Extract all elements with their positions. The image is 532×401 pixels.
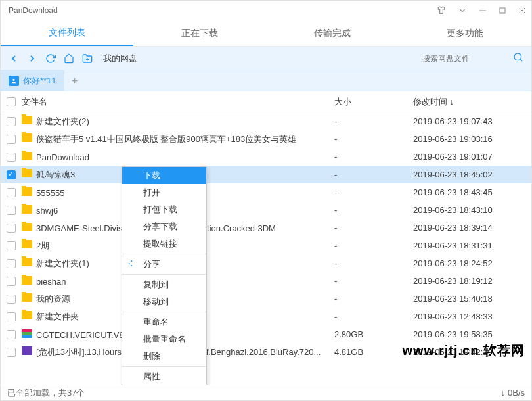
file-row[interactable]: 2期-2019-06-23 18:31:31 [1,237,531,254]
breadcrumb[interactable]: 我的网盘 [103,53,137,64]
window-title: PanDownload [6,6,437,15]
file-name: PanDownload [22,152,334,162]
menu-item[interactable]: 属性 [122,368,206,385]
file-date: 2019-06-23 18:19:12 [413,276,531,286]
refresh-button[interactable] [43,51,58,66]
select-all-checkbox[interactable] [7,97,16,106]
row-checkbox[interactable] [7,348,16,357]
menu-item[interactable]: ⠪分享 [122,256,206,273]
row-checkbox[interactable] [7,135,16,144]
row-checkbox[interactable] [7,206,16,215]
column-name[interactable]: 文件名 [22,96,334,108]
file-date: 2019-06-23 19:03:16 [413,134,531,144]
watermark: www.rjtj.cn 软荐网 [403,342,525,360]
folder-icon [22,276,32,285]
folder-icon [22,223,32,231]
svg-point-8 [12,78,14,80]
file-size: - [334,241,413,250]
row-checkbox[interactable] [7,259,16,268]
back-button[interactable] [6,51,22,66]
tab-2[interactable]: 传输完成 [266,20,399,46]
row-checkbox[interactable] [7,241,16,250]
menu-item[interactable]: 提取链接 [122,235,206,252]
file-date: 2019-06-23 18:31:31 [413,241,531,250]
file-row[interactable]: 孤岛惊魂3-2019-06-23 18:45:02 [1,166,531,183]
menu-item[interactable]: 重命名 [122,314,206,331]
file-row[interactable]: 我的资源-2019-06-23 15:40:18 [1,290,531,308]
menu-item[interactable]: 分享下载 [122,218,206,235]
user-name: 你好**11 [23,75,56,87]
file-date: 2019-06-23 12:48:33 [413,312,531,321]
file-size: 2.80GB [334,329,413,339]
file-date: 2019-06-23 18:43:10 [413,205,531,215]
shirt-icon[interactable] [437,6,446,15]
file-row[interactable]: 555555-2019-06-23 18:43:45 [1,183,531,201]
file-size: - [334,205,413,215]
svg-line-7 [520,59,522,61]
share-icon: ⠪ [127,260,133,269]
column-date[interactable]: 修改时间 ↓ [413,96,531,108]
file-row[interactable]: 新建文件夹-2019-06-23 12:48:33 [1,308,531,325]
user-tab[interactable]: 你好**11 [1,70,64,91]
file-row[interactable]: 侠盗猎车手5 v1.41中国风终极版 整合版900辆真车+183位美女与英雄-2… [1,130,531,148]
row-checkbox[interactable] [7,153,16,162]
file-size: - [334,276,413,286]
file-row[interactable]: bieshan-2019-06-23 18:19:12 [1,272,531,290]
folder-icon [22,169,32,177]
file-date: 2019-06-23 19:07:43 [413,116,531,126]
menu-item[interactable]: 删除 [122,348,206,365]
file-size: - [334,294,413,304]
file-row[interactable]: 3DMGAME-Steel.Division.2.Total.Conflict.… [1,219,531,237]
close-icon[interactable] [518,7,526,14]
file-row[interactable]: PanDownload-2019-06-23 19:01:07 [1,148,531,166]
folder-icon [22,258,32,266]
row-checkbox[interactable] [7,224,16,233]
status-text: 已全部加载，共37个 [7,387,85,399]
row-checkbox[interactable] [7,170,16,179]
forward-button[interactable] [24,51,40,66]
maximize-icon[interactable] [499,7,506,14]
folder-icon [22,240,32,248]
file-row[interactable]: 新建文件夹(2)-2019-06-23 19:07:43 [1,112,531,130]
add-tab-button[interactable]: + [64,75,85,87]
file-name: 侠盗猎车手5 v1.41中国风终极版 整合版900辆真车+183位美女与英雄 [22,133,334,145]
file-date: 2019-06-23 19:01:07 [413,152,531,162]
tab-0[interactable]: 文件列表 [1,20,133,46]
row-checkbox[interactable] [7,295,16,304]
file-row[interactable]: 新建文件夹(1)-2019-06-23 18:24:52 [1,254,531,272]
file-size: - [334,152,413,162]
folder-icon [22,346,32,355]
file-row[interactable]: CGTECH.VERICUT.V8.2.1.MAGNiTUDE.rar2.80G… [1,325,531,343]
folder-icon [22,205,32,214]
file-size: - [334,223,413,233]
newfolder-button[interactable] [79,51,95,66]
column-size[interactable]: 大小 [334,96,413,108]
minimize-icon[interactable] [479,7,487,14]
menu-item[interactable]: 复制到 [122,276,206,293]
menu-item[interactable]: 批量重命名 [122,331,206,348]
menu-item[interactable]: 移动到 [122,293,206,310]
file-row[interactable]: shwj6-2019-06-23 18:43:10 [1,201,531,219]
search-input[interactable] [422,51,508,66]
row-checkbox[interactable] [7,312,16,321]
file-size: - [334,312,413,321]
file-date: 2019-06-23 15:40:18 [413,294,531,304]
svg-point-6 [514,53,521,60]
file-size: 4.81GB [334,347,413,357]
row-checkbox[interactable] [7,188,16,197]
folder-icon [22,329,32,338]
tab-3[interactable]: 更多功能 [399,20,531,46]
home-button[interactable] [61,51,77,66]
row-checkbox[interactable] [7,117,16,126]
folder-icon [22,293,32,302]
file-size: - [334,134,413,144]
row-checkbox[interactable] [7,277,16,286]
search-icon[interactable] [510,52,526,64]
menu-item[interactable]: 下载 [122,167,206,184]
menu-item[interactable]: 打开 [122,184,206,201]
menu-item[interactable]: 打包下载 [122,201,206,218]
tab-1[interactable]: 正在下载 [133,20,266,46]
row-checkbox[interactable] [7,330,16,339]
file-date: 2019-06-23 18:24:52 [413,258,531,268]
dropdown-icon[interactable] [458,6,467,15]
